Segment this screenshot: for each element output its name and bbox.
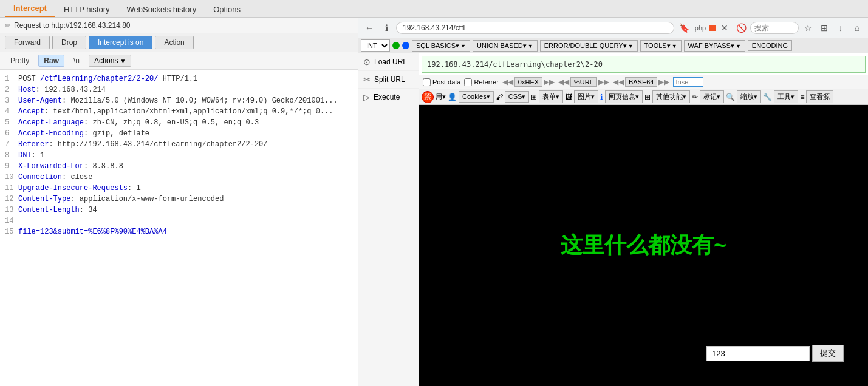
image-icon: 🖼 [565,93,572,101]
pretty-button[interactable]: Pretty [5,55,35,67]
drop-button[interactable]: Drop [52,36,86,49]
actions-label: Actions [94,56,118,65]
code-line-3: 3 User-Agent: Mozilla/5.0 (Windows NT 10… [5,95,353,106]
union-based-button[interactable]: UNION BASED▾ [473,40,538,52]
execute-label: Execute [374,93,400,101]
code-line-13: 13 Content-Length: 34 [5,205,353,215]
post-data-checkbox[interactable]: Post data [423,78,460,86]
request-body[interactable]: 1 POST /ctfLearning/chapter2/2-20/ HTTP/… [0,70,358,386]
other-button[interactable]: 其他功能▾ [652,90,690,103]
split-url-icon: ✂ [363,75,371,84]
actions-arrow-icon: ▼ [120,58,126,64]
arrow-left-url: ◀◀ [558,78,569,86]
execute-icon: ▷ [363,92,370,102]
table-button[interactable]: 表单▾ [539,90,563,103]
disable-label: 用▾ [436,92,446,101]
bookmark-star-icon[interactable]: ☆ [801,21,815,35]
code-line-14: 14 [5,215,353,226]
sql-tools-row: Post data Referrer ◀◀ 0xHEX ▶▶ [419,75,868,89]
zoom-button[interactable]: 缩放▾ [737,90,761,103]
intercept-toolbar: Forward Drop Intercept is on Action [0,33,358,52]
tools-button-ch[interactable]: 工具▾ [774,90,798,103]
url-encode-btn[interactable]: %URL [570,77,597,87]
hex-button[interactable]: \n [68,55,85,67]
browser-icon-1[interactable]: 🔖 [677,21,691,35]
ms-icon [709,25,716,31]
request-bar: ✏ Request to http://192.168.43.214:80 [0,18,358,33]
reader-view-icon[interactable]: ⊞ [817,21,832,35]
code-line-11: 11 Upgrade-Insecure-Requests: 1 [5,183,353,194]
waf-bypass-button[interactable]: WAF BYPASS▾ [684,40,745,52]
tab-http-history[interactable]: HTTP history [55,2,118,17]
browser-nav-bar: ← ℹ 192.168.43.214/ctfl 🔖 php ✕ 🚫 ☆ ⊞ ↓ … [358,18,868,38]
request-label: Request to http://192.168.43.214:80 [14,21,130,30]
download-icon[interactable]: ↓ [833,21,848,35]
error-double-button[interactable]: ERROR/DOUBLE QUERY▾ [540,40,638,52]
tab-intercept[interactable]: Intercept [5,1,55,17]
form-submit-button[interactable]: 提交 [812,345,844,362]
images-button[interactable]: 图片▾ [574,90,598,103]
blue-indicator [402,42,409,49]
post-data-check[interactable] [423,78,431,86]
address-bar[interactable]: 192.168.43.214/ctfl [396,22,674,34]
mark-button[interactable]: 标记▾ [700,90,724,103]
sqli-toolbar: INT SQL BASICS▾ UNION BASED▾ ERROR/DOUBL… [358,38,868,53]
intercept-toggle-button[interactable]: Intercept is on [89,36,152,49]
close-tab-btn[interactable]: ✕ [717,21,732,35]
css-button[interactable]: CSS▾ [505,91,530,103]
green-indicator [392,42,400,49]
tab-options[interactable]: Options [205,2,249,17]
info-circle-icon: ℹ [600,93,603,101]
load-url-icon: ⊙ [363,57,371,67]
address-text: 192.168.43.214/ctfl [403,24,465,32]
pencil-icon: ✏ [5,21,11,30]
tools-button[interactable]: TOOLS▾ [640,40,682,52]
cookies-button[interactable]: Cookies▾ [459,91,494,103]
load-url-item[interactable]: ⊙ Load URL [358,53,419,71]
view-source-button[interactable]: 查看源 [806,90,833,103]
referrer-check[interactable] [464,78,472,86]
referrer-checkbox[interactable]: Referrer [464,78,498,86]
main-page-text: 这里什么都没有~ [561,231,726,260]
encoding-button[interactable]: ENCODING [748,40,792,51]
code-line-12: 12 Content-Type: application/x-www-form-… [5,194,353,205]
browser-icon-2[interactable]: php [693,21,708,35]
code-line-2: 2 Host: 192.168.43.214 [5,84,353,95]
inse-input[interactable] [673,77,703,87]
arrow-left-b64: ◀◀ [613,78,624,86]
forward-button[interactable]: Forward [5,36,50,49]
execute-item[interactable]: ▷ Execute [358,89,419,106]
info-button[interactable]: ℹ [379,21,394,35]
user-icon: 👤 [448,93,457,101]
post-data-label: Post data [432,78,460,86]
code-line-8: 8 DNT: 1 [5,150,353,161]
raw-button[interactable]: Raw [38,55,64,67]
search-input[interactable] [750,22,799,34]
info-button[interactable]: 网页信息▾ [605,90,643,103]
tab-websockets-history[interactable]: WebSockets history [118,2,205,17]
form-file-input[interactable] [706,346,810,361]
arrow-right-b64: ▶▶ [658,78,669,86]
browser-content: 这里什么都没有~ 提交 [419,105,868,386]
disable-button[interactable]: 禁 [422,91,434,103]
hex-encode-group: ◀◀ 0xHEX ▶▶ [502,77,555,87]
referrer-label: Referrer [474,78,498,86]
sqli-type-select[interactable]: INT [361,39,390,52]
browser-panel: ← ℹ 192.168.43.214/ctfl 🔖 php ✕ 🚫 ☆ ⊞ ↓ … [358,18,868,386]
actions-dropdown-button[interactable]: Actions ▼ [89,55,131,67]
home-icon[interactable]: ⌂ [850,21,864,35]
action-button[interactable]: Action [155,36,193,49]
code-line-7: 7 Referer: http://192.168.43.214/ctfLear… [5,139,353,150]
base64-encode-btn[interactable]: BASE64 [625,77,658,87]
table-icon: ⊞ [531,93,537,101]
no-script-icon[interactable]: 🚫 [734,21,748,35]
back-button[interactable]: ← [362,21,377,35]
split-url-item[interactable]: ✂ Split URL [358,71,419,89]
hex-encode-btn[interactable]: 0xHEX [514,77,542,87]
code-line-9: 9 X-Forwarded-For: 8.8.8.8 [5,161,353,172]
arrow-right-hex: ▶▶ [544,78,555,86]
code-line-15: 15 file=123&submit=%E6%8F%90%E4%BA%A4 [5,226,353,237]
sql-basics-button[interactable]: SQL BASICS▾ [412,40,470,52]
chinese-toolbar: 禁 用▾ 👤 Cookies▾ 🖌 CSS▾ ⊞ 表单▾ 🖼 图片▾ ℹ 网页信… [419,89,868,105]
url-input-area[interactable]: 192.168.43.214/ctfLearning\chapter2\2-20 [422,56,866,73]
